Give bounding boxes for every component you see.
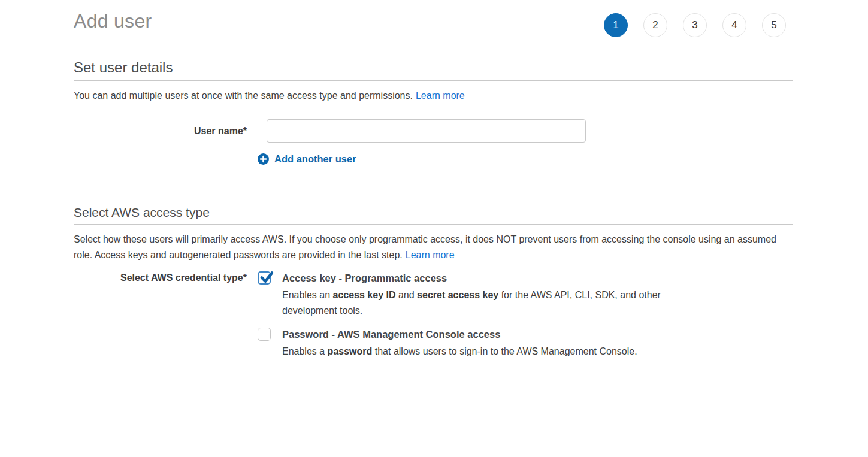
add-user-field: Add another user xyxy=(258,143,793,167)
user-name-input[interactable] xyxy=(267,119,586,143)
section-access-type: Select AWS access type Select how these … xyxy=(74,205,793,359)
user-details-heading: Set user details xyxy=(74,59,793,76)
user-details-intro: You can add multiple users at once with … xyxy=(74,88,784,104)
add-user-page: Add user 1 2 3 4 5 Set user details You … xyxy=(0,0,868,457)
wizard-step-3[interactable]: 3 xyxy=(683,13,707,37)
credential-type-label: Select AWS credential type* xyxy=(74,271,247,285)
learn-more-link-access-type[interactable]: Learn more xyxy=(406,250,455,260)
password-checkbox[interactable] xyxy=(258,328,271,341)
wizard-step-5[interactable]: 5 xyxy=(762,13,786,37)
wizard-step-4[interactable]: 4 xyxy=(722,13,746,37)
add-another-user-label: Add another user xyxy=(274,153,356,165)
wizard-step-1[interactable]: 1 xyxy=(604,13,628,37)
credential-options: Access key - Programmatic access Enables… xyxy=(258,271,793,359)
section-user-details: Set user details You can add multiple us… xyxy=(74,59,793,167)
page-header: Add user 1 2 3 4 5 xyxy=(74,0,793,37)
page-title: Add user xyxy=(74,10,604,32)
access-type-heading: Select AWS access type xyxy=(74,205,793,220)
section-divider xyxy=(74,80,793,81)
option-password: Password - AWS Management Console access… xyxy=(258,327,793,359)
access-key-option-description: Enables an access key ID and secret acce… xyxy=(282,287,704,319)
add-another-user-button[interactable]: Add another user xyxy=(258,153,356,165)
wizard-step-2[interactable]: 2 xyxy=(643,13,667,37)
user-name-label: User name* xyxy=(74,124,247,138)
content-container: Add user 1 2 3 4 5 Set user details You … xyxy=(74,0,793,359)
wizard-steps: 1 2 3 4 5 xyxy=(604,13,786,37)
learn-more-link-user-details[interactable]: Learn more xyxy=(416,90,465,101)
section-divider xyxy=(74,224,793,225)
check-icon xyxy=(259,270,274,285)
option-password-text: Password - AWS Management Console access… xyxy=(282,327,637,359)
access-type-intro: Select how these users will primarily ac… xyxy=(74,232,784,263)
user-details-intro-text: You can add multiple users at once with … xyxy=(74,90,413,101)
access-key-checkbox[interactable] xyxy=(258,271,271,285)
user-name-field xyxy=(258,119,793,143)
option-access-key-text: Access key - Programmatic access Enables… xyxy=(282,271,704,319)
add-user-row: Add another user xyxy=(74,143,793,167)
password-option-title: Password - AWS Management Console access xyxy=(282,327,637,341)
user-name-row: User name* xyxy=(74,119,793,143)
password-option-description: Enables a password that allows users to … xyxy=(282,344,637,359)
plus-circle-icon xyxy=(258,153,269,165)
access-key-option-title: Access key - Programmatic access xyxy=(282,271,704,285)
spacer xyxy=(74,143,247,167)
credential-type-row: Select AWS credential type* Access key -… xyxy=(74,271,793,359)
option-access-key: Access key - Programmatic access Enables… xyxy=(258,271,793,319)
